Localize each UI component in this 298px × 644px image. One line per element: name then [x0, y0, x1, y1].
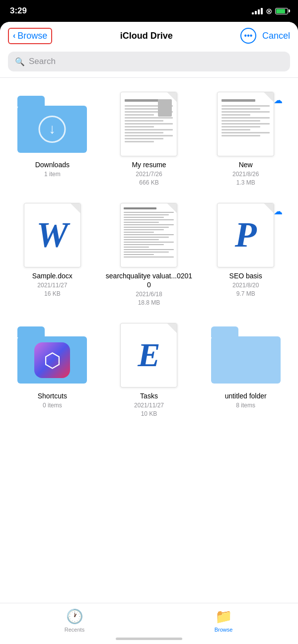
cloud-icon-new: ☁: [274, 95, 283, 106]
status-bar: 3:29 ⊗: [0, 0, 298, 22]
file-name-my-resume: My resume: [132, 160, 166, 169]
cloud-icon-seo: ☁: [274, 206, 283, 217]
file-meta-tasks: 2021/11/2710 KB: [134, 401, 164, 418]
file-item-new[interactable]: ☁ New 2021/8/261.3 MB: [197, 86, 294, 197]
shortcuts-app-icon: ⬡: [34, 342, 70, 378]
doc-thumbnail-my-resume: [120, 92, 177, 156]
file-thumb-sample-docx: W: [12, 203, 92, 267]
file-item-shortcuts[interactable]: ⬡ Shortcuts 0 items: [4, 317, 101, 428]
nav-actions: ••• Cancel: [240, 28, 290, 44]
file-item-seo-basis[interactable]: P ☁ SEO basis 2021/8/209.7 MB: [197, 197, 294, 317]
file-name-searchquality: searchqualitye valuat...02010: [105, 271, 194, 289]
search-icon: 🔍: [15, 57, 25, 66]
file-item-downloads[interactable]: ↓ Downloads 1 item: [4, 86, 101, 197]
file-item-searchquality[interactable]: searchqualitye valuat...02010 2021/6/181…: [101, 197, 198, 317]
recents-icon: 🕐: [66, 608, 83, 625]
file-meta-untitled-folder: 8 items: [236, 401, 255, 410]
file-thumb-shortcuts: ⬡: [12, 323, 92, 387]
file-name-untitled-folder: untitled folder: [225, 391, 267, 400]
more-button[interactable]: •••: [240, 28, 256, 44]
word-thumbnail-sample-docx: W: [24, 203, 81, 267]
file-thumb-seo-basis: P ☁: [206, 203, 286, 267]
recents-label: Recents: [65, 627, 84, 633]
file-item-untitled-folder[interactable]: untitled folder 8 items: [197, 317, 294, 428]
file-meta-searchquality: 2021/6/1818.8 MB: [136, 290, 162, 307]
file-name-downloads: Downloads: [35, 160, 70, 169]
browse-tab-icon: 📁: [215, 608, 232, 625]
tab-recents[interactable]: 🕐 Recents: [0, 608, 149, 633]
browse-tab-label: Browse: [215, 627, 233, 633]
folder-icon-downloads: ↓: [17, 96, 87, 153]
file-thumb-downloads: ↓: [12, 92, 92, 156]
signal-icon: [252, 8, 263, 14]
page-title: iCloud Drive: [120, 31, 173, 41]
home-indicator: [116, 638, 182, 640]
file-meta-new: 2021/8/261.3 MB: [232, 170, 259, 187]
file-thumb-searchquality: [109, 203, 189, 267]
file-meta-my-resume: 2021/7/26666 KB: [136, 170, 162, 187]
file-thumb-tasks: E: [109, 323, 189, 387]
file-thumb-untitled-folder: [206, 323, 286, 387]
browse-button[interactable]: ‹ Browse: [8, 28, 52, 44]
file-name-tasks: Tasks: [140, 391, 158, 400]
cancel-button[interactable]: Cancel: [262, 31, 290, 41]
wifi-icon: ⊗: [266, 6, 272, 16]
file-item-sample-docx[interactable]: W Sample.docx 2021/11/2716 KB: [4, 197, 101, 317]
file-name-sample-docx: Sample.docx: [32, 271, 73, 280]
file-meta-downloads: 1 item: [44, 170, 61, 179]
doc-thumbnail-new: [217, 92, 274, 156]
app-container: ‹ Browse iCloud Drive ••• Cancel 🔍 Searc…: [0, 22, 298, 644]
battery-icon: [275, 8, 288, 14]
file-thumb-my-resume: [109, 92, 189, 156]
file-meta-seo-basis: 2021/8/209.7 MB: [232, 281, 259, 298]
search-input[interactable]: Search: [29, 57, 56, 66]
file-item-tasks[interactable]: E Tasks 2021/11/2710 KB: [101, 317, 198, 428]
file-meta-shortcuts: 0 items: [43, 401, 62, 410]
files-grid: ↓ Downloads 1 item: [0, 78, 298, 436]
file-name-shortcuts: Shortcuts: [38, 391, 67, 400]
status-icons: ⊗: [252, 6, 288, 16]
pages-thumbnail-tasks: E: [120, 323, 177, 387]
nav-bar: ‹ Browse iCloud Drive ••• Cancel: [0, 22, 298, 50]
download-circle-icon: ↓: [39, 116, 66, 143]
file-item-my-resume[interactable]: My resume 2021/7/26666 KB: [101, 86, 198, 197]
tab-browse[interactable]: 📁 Browse: [149, 608, 298, 633]
status-time: 3:29: [10, 6, 27, 16]
folder-icon-untitled: [211, 326, 281, 384]
file-thumb-new: ☁: [206, 92, 286, 156]
file-meta-sample-docx: 2021/11/2716 KB: [37, 281, 67, 298]
content-area: ↓ Downloads 1 item: [0, 78, 298, 481]
search-bar[interactable]: 🔍 Search: [8, 52, 290, 71]
file-name-new: New: [239, 160, 253, 169]
pages-thumbnail-seo-basis: P: [217, 203, 274, 267]
chevron-left-icon: ‹: [13, 31, 15, 40]
browse-label: Browse: [17, 31, 47, 41]
folder-icon-shortcuts: ⬡: [17, 326, 87, 384]
file-name-seo-basis: SEO basis: [229, 271, 262, 280]
ellipsis-icon: •••: [244, 31, 253, 40]
dense-doc-thumbnail-searchquality: [120, 203, 177, 267]
